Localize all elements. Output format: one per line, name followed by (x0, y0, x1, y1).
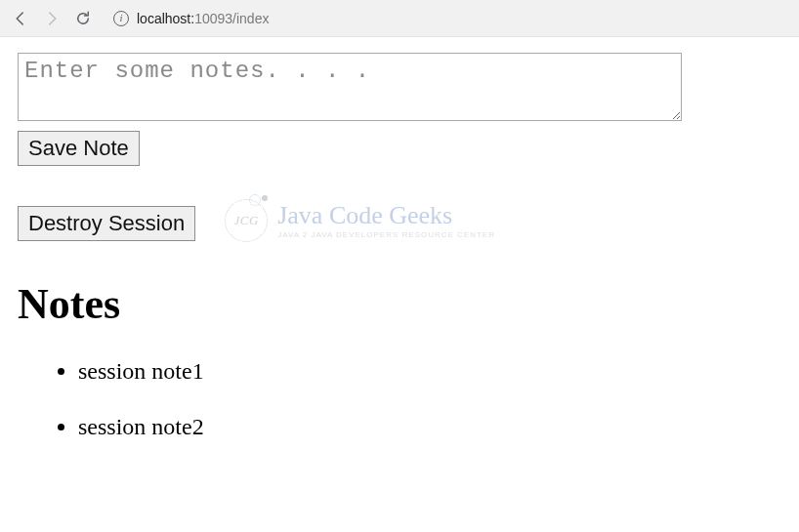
site-info-icon[interactable]: i (113, 11, 129, 26)
forward-button[interactable] (37, 4, 66, 33)
url-text: localhost:10093/index (137, 11, 269, 26)
jcg-badge-icon (225, 199, 268, 242)
notes-list: session note1 session note2 (18, 358, 781, 440)
watermark-subtitle: Java 2 Java Developers Resource Center (277, 230, 495, 239)
save-note-button[interactable]: Save Note (18, 131, 140, 166)
notes-heading: Notes (18, 279, 781, 329)
browser-toolbar: i localhost:10093/index (0, 0, 799, 37)
watermark-text: Java Code Geeks Java 2 Java Developers R… (277, 203, 495, 239)
back-button[interactable] (6, 4, 35, 33)
address-bar[interactable]: i localhost:10093/index (105, 5, 793, 32)
page-content: Save Note Destroy Session Java Code Geek… (0, 37, 799, 485)
arrow-right-icon (43, 10, 61, 27)
destroy-session-button[interactable]: Destroy Session (18, 206, 195, 241)
reload-icon (74, 10, 92, 27)
list-item: session note1 (78, 358, 781, 385)
watermark-title: Java Code Geeks (277, 203, 495, 228)
arrow-left-icon (12, 10, 29, 27)
notes-textarea[interactable] (18, 53, 682, 121)
reload-button[interactable] (68, 4, 98, 33)
list-item: session note2 (78, 414, 781, 440)
watermark-logo: Java Code Geeks Java 2 Java Developers R… (225, 199, 495, 242)
